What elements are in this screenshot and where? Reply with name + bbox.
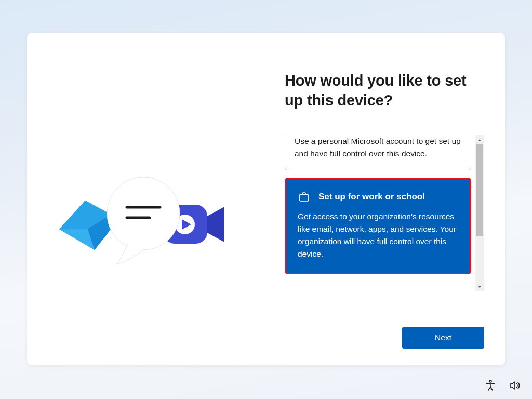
options-scrollbar[interactable]: ▴ ▾ — [475, 135, 484, 291]
volume-icon[interactable] — [508, 379, 521, 392]
option-work-desc: Get access to your organization's resour… — [298, 210, 458, 260]
options-viewport: Use a personal Microsoft account to get … — [285, 135, 484, 291]
options-list: Use a personal Microsoft account to get … — [285, 135, 471, 291]
option-personal-desc: Use a personal Microsoft account to get … — [295, 135, 461, 159]
content-pane: How would you like to set up this device… — [266, 33, 505, 365]
setup-card: How would you like to set up this device… — [27, 33, 505, 365]
scroll-down-button[interactable]: ▾ — [475, 282, 484, 291]
option-work-header: Set up for work or school — [298, 191, 458, 203]
next-button[interactable]: Next — [402, 327, 484, 349]
scroll-thumb[interactable] — [476, 144, 483, 236]
accessibility-icon[interactable] — [484, 379, 497, 392]
scroll-up-button[interactable]: ▴ — [475, 135, 484, 144]
option-work-school[interactable]: Set up for work or school Get access to … — [285, 178, 471, 274]
illustration-pane — [27, 33, 266, 365]
option-work-title: Set up for work or school — [318, 192, 425, 202]
page-title: How would you like to set up this device… — [285, 71, 484, 110]
svg-rect-10 — [299, 194, 309, 201]
svg-point-11 — [489, 380, 491, 382]
briefcase-icon — [298, 191, 310, 203]
system-tray — [484, 379, 521, 392]
svg-point-7 — [107, 177, 180, 250]
oobe-illustration — [59, 172, 231, 276]
option-personal-use[interactable]: Use a personal Microsoft account to get … — [285, 135, 471, 170]
